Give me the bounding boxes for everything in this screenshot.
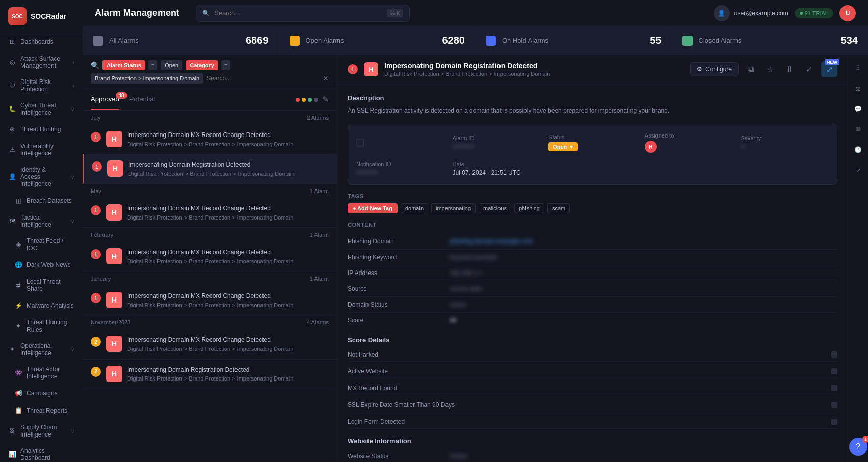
sidebar-item-dark-web[interactable]: 🌐 Dark Web News: [0, 256, 83, 274]
sidebar-item-label: Dashboards: [20, 38, 54, 45]
stat-onhold-alarms[interactable]: On Hold Alarms 55: [476, 26, 672, 55]
sidebar-item-identity[interactable]: 👤 Identity & Access Intelligence ∨: [0, 161, 83, 192]
filter-category-value[interactable]: Brand Protection > Impersonating Domain: [91, 73, 203, 84]
share-icon[interactable]: ↗: [851, 163, 865, 177]
tab-approved[interactable]: Approved 48: [91, 89, 119, 110]
status-tag[interactable]: Open ▼: [548, 142, 578, 151]
alarm-title: Impersonating Domain MX Record Change De…: [127, 204, 329, 213]
sidebar-item-operational[interactable]: ✦ Operational Intelligence ∨: [0, 338, 83, 361]
add-tag-button[interactable]: + Add New Tag: [348, 203, 398, 213]
alarm-subtitle: Digital Risk Protection > Brand Protecti…: [128, 170, 329, 177]
alarm-item[interactable]: 1 H Impersonating Domain MX Record Chang…: [83, 242, 337, 271]
sidebar-item-label: Threat Hunting: [20, 126, 61, 133]
sidebar-item-dashboards[interactable]: ⊞ Dashboards: [0, 33, 83, 50]
scale-icon[interactable]: ⚖: [851, 81, 865, 96]
chat-bot-badge: 1: [862, 436, 869, 443]
filter-clear-icon[interactable]: ✕: [323, 74, 329, 83]
expand-icon: ⤢: [826, 65, 833, 74]
grid-dots-icon[interactable]: ⠿: [851, 61, 865, 75]
sidebar-item-breach-datasets[interactable]: ◫ Breach Datasets: [0, 192, 83, 209]
score-details-section: Score Details Not Parked Active Website: [348, 336, 837, 429]
alert-icon: ⚠: [8, 146, 16, 154]
sidebar-item-threat-feed[interactable]: ◈ Threat Feed / IOC: [0, 233, 83, 256]
tab-potential[interactable]: Potential: [129, 89, 155, 110]
sidebar-item-cyber-threat[interactable]: 🐛 Cyber Threat Intelligence ∨: [0, 97, 83, 121]
alarm-checkbox[interactable]: [356, 139, 364, 147]
sidebar-item-digital-risk[interactable]: 🛡 Digital Risk Protection ›: [0, 74, 83, 97]
tag-domain[interactable]: domain: [401, 203, 428, 213]
severity-label: Severity: [741, 135, 829, 141]
alarm-item[interactable]: 1 H Impersonating Domain MX Record Chang…: [83, 286, 337, 315]
sidebar-item-malware[interactable]: ⚡ Malware Analysis: [0, 297, 83, 314]
copy-button[interactable]: ⧉: [744, 62, 758, 76]
filter-category[interactable]: Category: [186, 60, 218, 70]
detail-header: 1 H Impersonating Domain Registration De…: [337, 55, 848, 84]
chain-icon: ⛓: [8, 427, 16, 435]
content-val: Active: [450, 301, 466, 308]
filter-alarm-status[interactable]: Alarm Status: [102, 60, 145, 70]
score-key: MX Record Found: [348, 385, 831, 392]
open-alarms-label: Open Alarms: [306, 37, 344, 44]
alarm-item[interactable]: 2 H Impersonating Domain MX Record Chang…: [83, 330, 337, 359]
alarm-subtitle: Digital Risk Protection > Brand Protecti…: [127, 141, 329, 148]
stat-all-alarms[interactable]: All Alarms 6869: [83, 26, 279, 55]
status-area: Status Open ▼: [548, 134, 637, 151]
sidebar-item-label: Dark Web News: [27, 261, 70, 268]
sidebar-item-analytics[interactable]: 📊 Analytics Dashboard: [0, 443, 83, 462]
feed-icon: ◈: [14, 240, 22, 249]
detail-panel: 1 H Impersonating Domain Registration De…: [337, 55, 848, 462]
tab-dot-orange: [302, 98, 306, 102]
content-key: Domain Status: [348, 301, 450, 308]
avatar[interactable]: U: [839, 5, 856, 21]
check-button[interactable]: ✓: [802, 62, 816, 76]
tag-scam[interactable]: scam: [547, 203, 570, 213]
clock-icon[interactable]: 🕐: [851, 143, 865, 157]
sidebar-item-threat-reports[interactable]: 📋 Threat Reports: [0, 402, 83, 419]
score-key: Active Website: [348, 368, 831, 375]
configure-button[interactable]: ⚙ Configure: [690, 62, 739, 76]
sidebar-item-vulnerability[interactable]: ⚠ Vulnerability Intelligence: [0, 138, 83, 161]
pause-button[interactable]: ⏸: [782, 62, 797, 76]
detail-title: Impersonating Domain Registration Detect…: [384, 62, 550, 70]
stat-open-alarms[interactable]: Open Alarms 6280: [279, 26, 476, 55]
meta-grid: Alarm ID •••••••••• Status Open ▼: [356, 132, 829, 176]
content-val: Online: [450, 453, 467, 460]
sidebar-item-supply-chain[interactable]: ⛓ Supply Chain Intelligence ∨: [0, 419, 83, 443]
target-icon: ◎: [8, 58, 16, 66]
sidebar-item-local-threat[interactable]: ⇄ Local Threat Share: [0, 274, 83, 297]
alarm-item[interactable]: 1 H Impersonating Domain MX Record Chang…: [83, 125, 337, 154]
filter-search-input[interactable]: [206, 75, 320, 82]
header: Alarm Management 🔍 ⌘ K 👤 user@example.co…: [83, 0, 868, 26]
sidebar-item-campaigns[interactable]: 📢 Campaigns: [0, 385, 83, 402]
star-button[interactable]: ☆: [763, 62, 777, 76]
page-title: Alarm Management: [95, 8, 179, 18]
alarm-item[interactable]: 1 H Impersonating Domain Registration De…: [83, 154, 337, 184]
alarm-info: Impersonating Domain MX Record Change De…: [127, 248, 329, 265]
alarm-list: July 2 Alarms 1 H Impersonating Domain M…: [83, 111, 337, 462]
sidebar-item-threat-actor[interactable]: 👾 Threat Actor Intelligence: [0, 361, 83, 385]
chat-icon[interactable]: 💬: [851, 102, 865, 116]
sidebar-item-threat-hunting-rules[interactable]: ✦ Threat Hunting Rules: [0, 314, 83, 338]
sidebar-item-attack-surface[interactable]: ◎ Attack Surface Management ›: [0, 50, 83, 74]
date-area: Date Jul 07, 2024 - 21:51 UTC: [453, 161, 541, 176]
alarm-item[interactable]: 1 H Impersonating Domain MX Record Chang…: [83, 198, 337, 228]
report-icon: 📋: [14, 406, 22, 415]
filter-open-value[interactable]: Open: [161, 60, 182, 70]
tag-phishing[interactable]: phishing: [514, 203, 544, 213]
severity-value: ••: [741, 143, 829, 150]
tab-edit-icon[interactable]: ✎: [322, 95, 329, 104]
logo-area: SOC SOCRadar: [0, 0, 83, 33]
message-icon[interactable]: ✉: [851, 122, 865, 137]
all-alarms-count: 6869: [246, 35, 269, 46]
sidebar-item-tactical[interactable]: 🗺 Tactical Intelligence ∨: [0, 209, 83, 233]
alarm-item[interactable]: 2 H Impersonating Domain Registration De…: [83, 360, 337, 389]
global-search[interactable]: 🔍 ⌘ K: [196, 5, 410, 22]
tag-impersonating[interactable]: impersonating: [431, 203, 476, 213]
sidebar-item-threat-hunting[interactable]: ⊕ Threat Hunting: [0, 121, 83, 138]
user-area: 👤 user@example.com: [714, 5, 788, 21]
sidebar-item-label: Local Threat Share: [27, 278, 74, 292]
search-input[interactable]: [214, 9, 383, 17]
stat-closed-alarms[interactable]: Closed Alarms 534: [672, 26, 869, 55]
alarm-info: Impersonating Domain MX Record Change De…: [127, 204, 329, 221]
tag-malicious[interactable]: malicious: [479, 203, 511, 213]
